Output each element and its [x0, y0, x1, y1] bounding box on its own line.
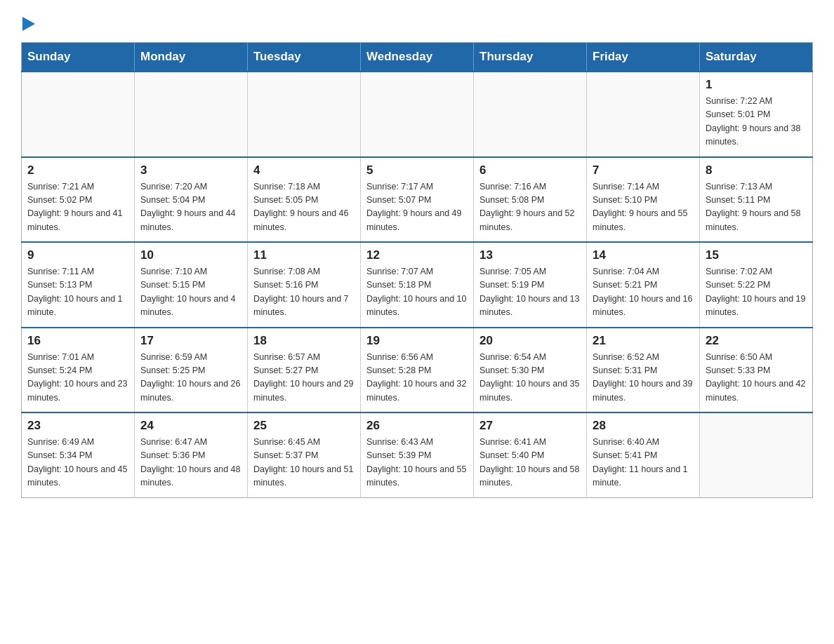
day-info: Sunrise: 7:14 AMSunset: 5:10 PMDaylight:… — [593, 180, 694, 235]
day-info: Sunrise: 7:21 AMSunset: 5:02 PMDaylight:… — [27, 180, 128, 235]
day-number: 8 — [706, 163, 807, 177]
week-row-2: 2Sunrise: 7:21 AMSunset: 5:02 PMDaylight… — [22, 157, 813, 243]
calendar-cell: 15Sunrise: 7:02 AMSunset: 5:22 PMDayligh… — [700, 242, 813, 328]
day-number: 20 — [479, 334, 581, 348]
day-number: 28 — [593, 419, 694, 433]
day-number: 5 — [366, 163, 468, 177]
calendar-cell: 20Sunrise: 6:54 AMSunset: 5:30 PMDayligh… — [474, 328, 587, 413]
day-number: 27 — [479, 419, 581, 433]
calendar-cell: 18Sunrise: 6:57 AMSunset: 5:27 PMDayligh… — [248, 328, 361, 413]
calendar-cell: 4Sunrise: 7:18 AMSunset: 5:05 PMDaylight… — [248, 157, 361, 243]
calendar-cell: 17Sunrise: 6:59 AMSunset: 5:25 PMDayligh… — [135, 328, 248, 413]
week-row-5: 23Sunrise: 6:49 AMSunset: 5:34 PMDayligh… — [22, 412, 813, 497]
calendar-cell: 1Sunrise: 7:22 AMSunset: 5:01 PMDaylight… — [700, 72, 813, 157]
weekday-header-thursday: Thursday — [474, 43, 587, 72]
weekday-header-monday: Monday — [135, 43, 248, 72]
calendar-cell: 9Sunrise: 7:11 AMSunset: 5:13 PMDaylight… — [22, 242, 135, 328]
day-info: Sunrise: 6:56 AMSunset: 5:28 PMDaylight:… — [366, 351, 468, 405]
day-number: 2 — [27, 163, 128, 177]
day-number: 3 — [140, 163, 241, 177]
calendar-cell: 2Sunrise: 7:21 AMSunset: 5:02 PMDaylight… — [22, 157, 135, 243]
day-number: 13 — [479, 248, 581, 262]
calendar-cell: 16Sunrise: 7:01 AMSunset: 5:24 PMDayligh… — [22, 328, 135, 413]
day-info: Sunrise: 7:02 AMSunset: 5:22 PMDaylight:… — [706, 265, 807, 320]
page-header — [21, 14, 813, 28]
calendar-cell — [474, 72, 587, 157]
day-info: Sunrise: 6:40 AMSunset: 5:41 PMDaylight:… — [593, 436, 694, 490]
calendar-cell — [361, 72, 474, 157]
calendar-cell — [248, 72, 361, 157]
day-number: 19 — [366, 334, 468, 348]
calendar-cell: 25Sunrise: 6:45 AMSunset: 5:37 PMDayligh… — [248, 412, 361, 497]
calendar-cell: 23Sunrise: 6:49 AMSunset: 5:34 PMDayligh… — [22, 412, 135, 497]
logo — [21, 14, 35, 28]
day-number: 15 — [706, 248, 807, 262]
week-row-3: 9Sunrise: 7:11 AMSunset: 5:13 PMDaylight… — [22, 242, 813, 328]
day-info: Sunrise: 6:49 AMSunset: 5:34 PMDaylight:… — [27, 436, 128, 490]
day-number: 25 — [253, 419, 355, 433]
day-number: 6 — [479, 163, 581, 177]
day-info: Sunrise: 6:54 AMSunset: 5:30 PMDaylight:… — [479, 351, 581, 405]
day-info: Sunrise: 7:13 AMSunset: 5:11 PMDaylight:… — [706, 180, 807, 235]
calendar-cell: 21Sunrise: 6:52 AMSunset: 5:31 PMDayligh… — [587, 328, 700, 413]
day-info: Sunrise: 6:57 AMSunset: 5:27 PMDaylight:… — [253, 351, 355, 405]
calendar-cell: 13Sunrise: 7:05 AMSunset: 5:19 PMDayligh… — [474, 242, 587, 328]
day-info: Sunrise: 7:20 AMSunset: 5:04 PMDaylight:… — [140, 180, 241, 235]
day-number: 4 — [253, 163, 355, 177]
calendar-cell: 5Sunrise: 7:17 AMSunset: 5:07 PMDaylight… — [361, 157, 474, 243]
day-info: Sunrise: 7:07 AMSunset: 5:18 PMDaylight:… — [366, 265, 468, 320]
day-number: 18 — [253, 334, 355, 348]
calendar-cell — [700, 412, 813, 497]
day-info: Sunrise: 7:01 AMSunset: 5:24 PMDaylight:… — [27, 351, 128, 405]
day-info: Sunrise: 7:11 AMSunset: 5:13 PMDaylight:… — [27, 265, 128, 320]
calendar-cell: 6Sunrise: 7:16 AMSunset: 5:08 PMDaylight… — [474, 157, 587, 243]
day-info: Sunrise: 6:45 AMSunset: 5:37 PMDaylight:… — [253, 436, 355, 490]
calendar-cell: 12Sunrise: 7:07 AMSunset: 5:18 PMDayligh… — [361, 242, 474, 328]
calendar-cell: 28Sunrise: 6:40 AMSunset: 5:41 PMDayligh… — [587, 412, 700, 497]
day-number: 11 — [253, 248, 355, 262]
day-info: Sunrise: 6:43 AMSunset: 5:39 PMDaylight:… — [366, 436, 468, 490]
calendar-cell: 27Sunrise: 6:41 AMSunset: 5:40 PMDayligh… — [474, 412, 587, 497]
calendar-cell: 7Sunrise: 7:14 AMSunset: 5:10 PMDaylight… — [587, 157, 700, 243]
day-info: Sunrise: 7:22 AMSunset: 5:01 PMDaylight:… — [706, 95, 807, 149]
weekday-header-sunday: Sunday — [22, 43, 135, 72]
calendar-cell: 3Sunrise: 7:20 AMSunset: 5:04 PMDaylight… — [135, 157, 248, 243]
day-number: 10 — [140, 248, 241, 262]
calendar-cell: 14Sunrise: 7:04 AMSunset: 5:21 PMDayligh… — [587, 242, 700, 328]
calendar-cell: 26Sunrise: 6:43 AMSunset: 5:39 PMDayligh… — [361, 412, 474, 497]
logo-arrow-icon — [22, 17, 35, 31]
day-number: 21 — [593, 334, 694, 348]
day-info: Sunrise: 6:50 AMSunset: 5:33 PMDaylight:… — [706, 351, 807, 405]
day-number: 23 — [27, 419, 128, 433]
calendar-cell — [22, 72, 135, 157]
day-info: Sunrise: 7:18 AMSunset: 5:05 PMDaylight:… — [253, 180, 355, 235]
day-number: 14 — [593, 248, 694, 262]
day-info: Sunrise: 7:04 AMSunset: 5:21 PMDaylight:… — [593, 265, 694, 320]
weekday-header-wednesday: Wednesday — [361, 43, 474, 72]
day-number: 9 — [27, 248, 128, 262]
calendar-header: SundayMondayTuesdayWednesdayThursdayFrid… — [22, 43, 813, 72]
day-info: Sunrise: 7:10 AMSunset: 5:15 PMDaylight:… — [140, 265, 241, 320]
calendar-cell: 8Sunrise: 7:13 AMSunset: 5:11 PMDaylight… — [700, 157, 813, 243]
day-number: 1 — [706, 78, 807, 92]
week-row-4: 16Sunrise: 7:01 AMSunset: 5:24 PMDayligh… — [22, 328, 813, 413]
calendar-cell: 24Sunrise: 6:47 AMSunset: 5:36 PMDayligh… — [135, 412, 248, 497]
day-number: 12 — [366, 248, 468, 262]
weekday-header-tuesday: Tuesday — [248, 43, 361, 72]
day-info: Sunrise: 7:05 AMSunset: 5:19 PMDaylight:… — [479, 265, 581, 320]
weekday-header-row: SundayMondayTuesdayWednesdayThursdayFrid… — [22, 43, 813, 72]
day-number: 7 — [593, 163, 694, 177]
day-info: Sunrise: 7:17 AMSunset: 5:07 PMDaylight:… — [366, 180, 468, 235]
day-info: Sunrise: 6:47 AMSunset: 5:36 PMDaylight:… — [140, 436, 241, 490]
calendar-cell — [135, 72, 248, 157]
calendar-cell: 19Sunrise: 6:56 AMSunset: 5:28 PMDayligh… — [361, 328, 474, 413]
weekday-header-saturday: Saturday — [700, 43, 813, 72]
day-info: Sunrise: 7:08 AMSunset: 5:16 PMDaylight:… — [253, 265, 355, 320]
day-number: 26 — [366, 419, 468, 433]
calendar-cell: 22Sunrise: 6:50 AMSunset: 5:33 PMDayligh… — [700, 328, 813, 413]
day-number: 17 — [140, 334, 241, 348]
calendar-table: SundayMondayTuesdayWednesdayThursdayFrid… — [21, 42, 813, 498]
day-info: Sunrise: 6:41 AMSunset: 5:40 PMDaylight:… — [479, 436, 581, 490]
day-number: 16 — [27, 334, 128, 348]
day-number: 24 — [140, 419, 241, 433]
